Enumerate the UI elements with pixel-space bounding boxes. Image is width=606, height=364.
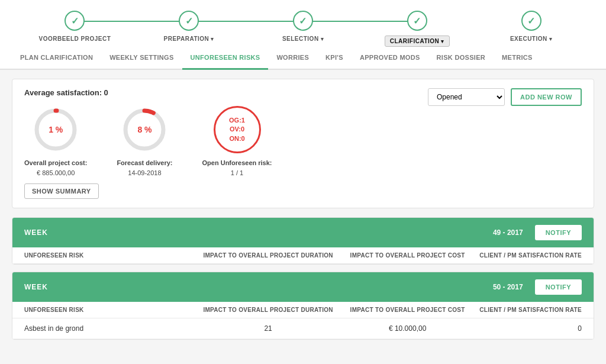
tab-plan[interactable]: PLAN CLARIFICATION: [12, 47, 101, 70]
checkmark-icon: ✓: [413, 15, 421, 27]
step-label-execution: EXECUTION▾: [510, 36, 552, 47]
step-label-voorbeeld: VOORBEELD PROJECT: [38, 36, 111, 47]
td-1-0-2: € 10.000,00: [338, 324, 478, 333]
tab-metrics[interactable]: METRICS: [494, 47, 541, 70]
step-selection[interactable]: ✓SELECTION▾: [246, 11, 360, 47]
tab-kpis[interactable]: KPI'S: [317, 47, 352, 70]
delivery-donut: 8 %: [121, 106, 168, 153]
week-section-1: WEEK50 - 2017NOTIFYUNFORESEEN RISKIMPACT…: [12, 272, 594, 340]
summary-card: Average satisfaction: 0 1 % Overall pr: [12, 79, 594, 208]
td-1-0-3: 0: [477, 324, 582, 333]
step-arrow-selection: ▾: [321, 36, 324, 42]
step-circle-preparation: ✓: [179, 11, 199, 31]
td-1-0-0: Asbest in de grond: [24, 324, 198, 333]
add-new-row-button[interactable]: ADD NEW ROW: [511, 88, 582, 106]
step-arrow-execution: ▾: [549, 36, 553, 42]
main-content: Average satisfaction: 0 1 % Overall pr: [0, 70, 606, 356]
step-arrow-clarification: ▾: [441, 38, 444, 44]
table-row-1-0: Asbest in de grond21€ 10.000,000: [12, 318, 594, 339]
step-preparation[interactable]: ✓PREPARATION▾: [132, 11, 246, 47]
step-circle-voorbeeld: ✓: [65, 11, 85, 31]
th-1-1: IMPACT TO OVERALL PROJECT DURATION: [198, 307, 338, 313]
risk-circle: OG:1 OV:0 ON:0: [214, 106, 261, 153]
week-header-1: WEEK50 - 2017NOTIFY: [12, 272, 594, 302]
step-clarification[interactable]: ✓CLARIFICATION▾: [360, 11, 474, 47]
tab-risk[interactable]: RISK DOSSIER: [428, 47, 494, 70]
delivery-percent-label: 8 %: [137, 125, 152, 134]
week-header-0: WEEK49 - 2017NOTIFY: [12, 218, 594, 247]
checkmark-icon: ✓: [71, 15, 79, 27]
week-label-1: WEEK: [24, 283, 493, 291]
step-arrow-preparation: ▾: [211, 36, 214, 42]
show-summary-button[interactable]: SHOW SUMMARY: [24, 183, 99, 199]
step-voorbeeld[interactable]: ✓VOORBEELD PROJECT: [18, 11, 132, 47]
cost-donut: 1 %: [32, 106, 79, 153]
summary-right: OpenedClosedAll ADD NEW ROW: [428, 88, 582, 106]
th-0-0: UNFORESEEN RISK: [24, 252, 198, 259]
step-label-clarification: CLARIFICATION▾: [385, 36, 450, 47]
tab-weekly[interactable]: WEEKLY SETTINGS: [101, 47, 182, 70]
progress-bar: ✓VOORBEELD PROJECT✓PREPARATION▾✓SELECTIO…: [0, 0, 606, 47]
th-0-2: IMPACT TO OVERALL PROJECT COST: [338, 252, 478, 259]
th-1-2: IMPACT TO OVERALL PROJECT COST: [338, 307, 478, 313]
notify-button-0[interactable]: NOTIFY: [535, 225, 582, 240]
cost-percent-label: 1 %: [49, 125, 63, 134]
td-1-0-1: 21: [198, 324, 338, 333]
step-circle-clarification: ✓: [407, 11, 427, 31]
notify-button-1[interactable]: NOTIFY: [535, 279, 582, 295]
th-1-0: UNFORESEEN RISK: [24, 307, 198, 313]
tab-approved[interactable]: APPROVED MODS: [352, 47, 428, 70]
tab-unforeseen[interactable]: UNFORESEEN RISKS: [182, 47, 269, 70]
tab-worries[interactable]: WORRIES: [268, 47, 317, 70]
summary-top: Average satisfaction: 0 1 % Overall pr: [24, 88, 582, 199]
th-1-3: CLIENT / PM SATISFACTION RATE: [477, 307, 582, 313]
summary-widgets: 1 % Overall project cost: € 885.000,00: [24, 106, 428, 178]
week-number-0: 49 - 2017: [493, 228, 523, 237]
step-execution[interactable]: ✓EXECUTION▾: [474, 11, 588, 47]
filter-select[interactable]: OpenedClosedAll: [428, 88, 505, 106]
week-sections: WEEK49 - 2017NOTIFYUNFORESEEN RISKIMPACT…: [12, 217, 594, 340]
th-0-1: IMPACT TO OVERALL PROJECT DURATION: [198, 252, 338, 259]
checkmark-icon: ✓: [527, 15, 535, 27]
risk-widget: OG:1 OV:0 ON:0 Open Unforeseen risk: 1 /…: [202, 106, 272, 178]
step-circle-execution: ✓: [521, 11, 541, 31]
week-section-0: WEEK49 - 2017NOTIFYUNFORESEEN RISKIMPACT…: [12, 217, 594, 265]
table-header-0: UNFORESEEN RISKIMPACT TO OVERALL PROJECT…: [12, 247, 594, 264]
cost-widget: 1 % Overall project cost: € 885.000,00: [24, 106, 87, 178]
week-label-0: WEEK: [24, 228, 493, 237]
th-0-3: CLIENT / PM SATISFACTION RATE: [477, 252, 582, 259]
table-header-1: UNFORESEEN RISKIMPACT TO OVERALL PROJECT…: [12, 302, 594, 318]
delivery-info: Forecast delivery: 14-09-2018: [117, 158, 172, 178]
risk-info: Open Unforeseen risk: 1 / 1: [202, 158, 272, 178]
week-number-1: 50 - 2017: [493, 283, 523, 291]
checkmark-icon: ✓: [299, 15, 307, 27]
step-circle-selection: ✓: [293, 11, 313, 31]
step-label-selection: SELECTION▾: [282, 36, 324, 47]
summary-left: Average satisfaction: 0 1 % Overall pr: [24, 88, 428, 199]
step-label-preparation: PREPARATION▾: [164, 36, 214, 47]
tabs-row: PLAN CLARIFICATIONWEEKLY SETTINGSUNFORES…: [0, 47, 606, 70]
checkmark-icon: ✓: [185, 15, 193, 27]
delivery-widget: 8 % Forecast delivery: 14-09-2018: [117, 106, 172, 178]
cost-info: Overall project cost: € 885.000,00: [24, 158, 87, 178]
summary-title: Average satisfaction: 0: [24, 88, 428, 97]
